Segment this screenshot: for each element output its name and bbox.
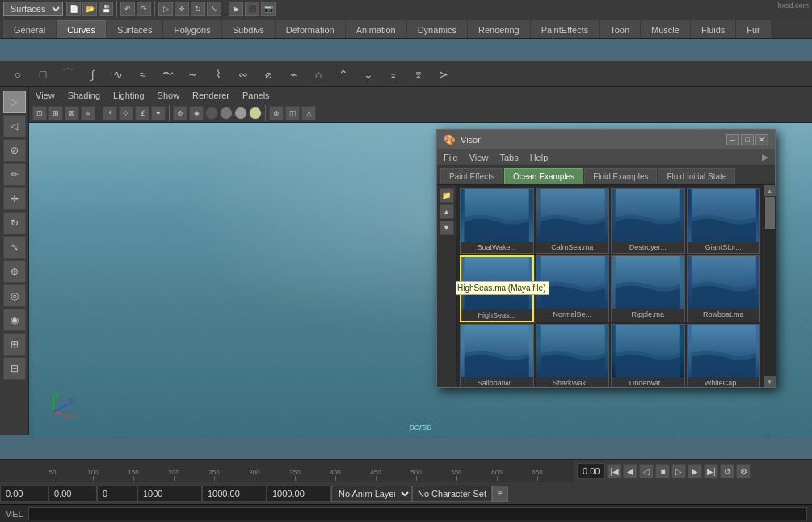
visor-tab-fluid-examples[interactable]: Fluid Examples <box>584 168 657 184</box>
view-tool-2[interactable]: ⊞ <box>48 106 63 120</box>
play-back-btn[interactable]: ◁ <box>639 464 654 478</box>
view-menu-item-view[interactable]: View <box>36 91 55 100</box>
visor-item-0[interactable]: BoatWake... <box>460 188 534 254</box>
scale-icon[interactable]: ⤡ <box>207 2 221 16</box>
visor-item-10[interactable]: Underwat... <box>611 324 685 387</box>
curve4-shape[interactable]: ≈ <box>132 65 154 84</box>
curve3-shape[interactable]: ∿ <box>107 65 129 84</box>
misc-tool-2[interactable]: ◫ <box>285 106 300 120</box>
open-file-icon[interactable]: 📂 <box>82 2 97 16</box>
soft-mod-tool[interactable]: ◎ <box>3 284 26 307</box>
timeline-ruler[interactable]: 50 100 150 200 250 300 350 400 450 500 5… <box>0 460 574 482</box>
view-menu-item-renderer[interactable]: Renderer <box>192 91 229 100</box>
select-tool-2[interactable]: ◁ <box>3 115 26 137</box>
play-forward-btn[interactable]: ▷ <box>671 464 686 478</box>
move-tool[interactable]: ✛ <box>3 187 26 210</box>
curve9-shape[interactable]: ⌀ <box>257 65 280 84</box>
curve8-shape[interactable]: ∾ <box>232 65 255 84</box>
curve15-shape[interactable]: ⌆ <box>407 65 430 84</box>
visor-item-7[interactable]: Rowboat.ma <box>687 255 761 322</box>
render-icon[interactable]: ▶ <box>229 2 243 16</box>
visor-item-3[interactable]: GiantStor... <box>687 188 761 254</box>
light-tool-1[interactable] <box>249 107 262 120</box>
lasso-tool[interactable]: ⊘ <box>3 139 26 162</box>
visor-item-1[interactable]: CalmSea.ma <box>536 188 610 254</box>
visor-menu-view[interactable]: View <box>469 153 489 162</box>
square-shape[interactable]: □ <box>32 65 54 84</box>
sculpt-tool[interactable]: ◉ <box>3 309 26 331</box>
tab-deformation[interactable]: Deformation <box>276 20 345 38</box>
curve16-shape[interactable]: ≻ <box>432 65 455 84</box>
surfaces-dropdown[interactable]: Surfaces <box>3 2 63 16</box>
visor-minimize-btn[interactable]: ─ <box>726 134 739 145</box>
view-menu-item-shading[interactable]: Shading <box>68 91 100 100</box>
paint-tool[interactable]: ✏ <box>3 163 26 186</box>
options-button[interactable]: ≡ <box>492 486 508 502</box>
tab-polygons[interactable]: Polygons <box>163 20 221 38</box>
tab-rendering[interactable]: Rendering <box>468 20 530 38</box>
go-to-start-btn[interactable]: |◀ <box>607 464 621 478</box>
view-tool-3[interactable]: ⊠ <box>65 106 79 120</box>
stop-btn[interactable]: ■ <box>655 464 670 478</box>
visor-item-2[interactable]: Destroyer... <box>611 188 685 254</box>
curve1-shape[interactable]: ⌒ <box>57 65 79 84</box>
misc-tool-1[interactable]: ⊗ <box>269 106 284 120</box>
scale-tool[interactable]: ⤡ <box>3 236 26 259</box>
curve12-shape[interactable]: ⌃ <box>332 65 355 84</box>
visor-menu-help[interactable]: Help <box>530 153 549 162</box>
visor-tab-ocean-examples[interactable]: Ocean Examples <box>504 168 583 184</box>
select-icon[interactable]: ▷ <box>158 2 173 16</box>
universal-tool[interactable]: ⊕ <box>3 260 26 283</box>
visor-item-4[interactable]: HighSeas...HighSeas.ma (Maya file) <box>460 255 534 322</box>
visor-item-9[interactable]: SharkWak... <box>536 324 610 387</box>
options-playback-btn[interactable]: ⚙ <box>736 464 751 478</box>
rotate-icon[interactable]: ↻ <box>191 2 205 16</box>
new-file-icon[interactable]: 📄 <box>66 2 81 16</box>
visor-maximize-btn[interactable]: □ <box>741 134 754 145</box>
curve13-shape[interactable]: ⌄ <box>357 65 380 84</box>
ipr-icon[interactable]: ⬛ <box>245 2 259 16</box>
scroll-down-btn[interactable]: ▼ <box>764 376 776 387</box>
tab-subdivs[interactable]: Subdivs <box>222 20 275 38</box>
character-set-button[interactable]: No Character Set <box>412 486 492 502</box>
visor-tab-paint-effects[interactable]: Paint Effects <box>440 168 503 184</box>
visor-close-btn[interactable]: ✕ <box>755 134 768 145</box>
visor-tab-fluid-initial-state[interactable]: Fluid Initial State <box>658 168 735 184</box>
shade-tool-2[interactable] <box>220 107 233 120</box>
redo-icon[interactable]: ↷ <box>137 2 151 16</box>
display-tool-1[interactable]: ⊛ <box>173 106 187 120</box>
shade-tool-1[interactable] <box>205 107 218 120</box>
view-tool-1[interactable]: ⊡ <box>32 106 47 120</box>
tab-general[interactable]: General <box>3 20 56 38</box>
curve6-shape[interactable]: ∼ <box>182 65 204 84</box>
visor-menu-tabs[interactable]: Tabs <box>499 153 518 162</box>
tab-painteffects[interactable]: PaintEffects <box>531 20 600 38</box>
next-frame-btn[interactable]: ▶ <box>688 464 702 478</box>
visor-item-11[interactable]: WhiteCap... <box>687 324 761 387</box>
curve7-shape[interactable]: ⌇ <box>207 65 229 84</box>
tab-curves[interactable]: Curves <box>57 20 106 38</box>
camera-tool-4[interactable]: ✦ <box>151 106 166 120</box>
view-menu-item-panels[interactable]: Panels <box>242 91 270 100</box>
view-tool-4[interactable]: ≡ <box>81 106 95 120</box>
snap-tool[interactable]: ⊟ <box>3 357 26 380</box>
visor-menu-file[interactable]: File <box>444 153 458 162</box>
tab-fluids[interactable]: Fluids <box>691 20 735 38</box>
camera-tool-1[interactable]: ⌖ <box>103 106 117 120</box>
loop-btn[interactable]: ↺ <box>720 464 734 478</box>
mel-input[interactable] <box>28 507 807 520</box>
save-icon[interactable]: 💾 <box>99 2 113 16</box>
tab-dynamics[interactable]: Dynamics <box>407 20 467 38</box>
go-to-end-btn[interactable]: ▶| <box>704 464 718 478</box>
visor-item-6[interactable]: Ripple.ma <box>611 255 685 322</box>
visor-folder-icon[interactable]: 📁 <box>440 188 454 203</box>
curve11-shape[interactable]: ⌂ <box>307 65 330 84</box>
prev-frame-btn[interactable]: ◀ <box>623 464 637 478</box>
scroll-thumb[interactable] <box>765 197 775 229</box>
show-manip-tool[interactable]: ⊞ <box>3 333 26 356</box>
visor-scroll-down-icon[interactable]: ▼ <box>440 221 454 235</box>
undo-icon[interactable]: ↶ <box>120 2 135 16</box>
view-menu-item-show[interactable]: Show <box>158 91 180 100</box>
display-tool-2[interactable]: ◈ <box>189 106 204 120</box>
tab-animation[interactable]: Animation <box>346 20 406 38</box>
